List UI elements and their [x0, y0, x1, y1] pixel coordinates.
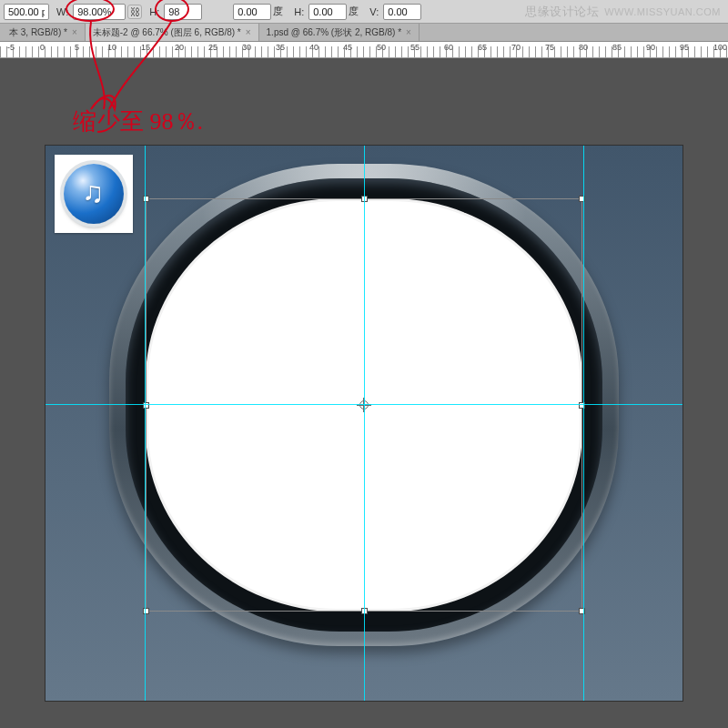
skew-v-label: V: [364, 6, 381, 17]
guide-vertical[interactable] [364, 146, 365, 701]
reference-thumbnail: ♫ [55, 155, 133, 233]
music-note-icon: ♫ [82, 177, 104, 207]
ruler-tick-label: 85 [612, 43, 622, 52]
close-icon[interactable]: × [406, 27, 411, 37]
guide-vertical[interactable] [145, 146, 146, 701]
ruler-tick-label: 100 [713, 43, 727, 52]
height-scale-input[interactable] [164, 4, 202, 20]
ruler-tick-label: 35 [276, 43, 285, 52]
ruler-tick-label: 50 [377, 43, 386, 52]
rotate-angle-input[interactable] [233, 4, 271, 20]
guide-horizontal[interactable] [46, 404, 682, 405]
tab-label: 1.psd @ 66.7% (形状 2, RGB/8) * [267, 26, 402, 39]
skew-h-label: H: [288, 6, 307, 17]
height-scale-label: H: [144, 6, 162, 17]
close-icon[interactable]: × [246, 27, 251, 37]
watermark: 思缘设计论坛 WWW.MISSYUAN.COM [525, 4, 721, 20]
document-tab[interactable]: 1.psd @ 66.7% (形状 2, RGB/8) * × [259, 24, 420, 41]
ruler-tick-label: 60 [444, 43, 453, 52]
tab-label: 未标题-2 @ 66.7% (图层 6, RGB/8) * [93, 26, 241, 39]
document-tab[interactable]: 本 3, RGB/8) * × [2, 24, 86, 41]
watermark-url: WWW.MISSYUAN.COM [604, 6, 721, 17]
ruler-tick-label: 65 [478, 43, 487, 52]
document-tab[interactable]: 未标题-2 @ 66.7% (图层 6, RGB/8) * × [86, 24, 259, 41]
ruler-tick-label: 15 [141, 43, 150, 52]
ruler-tick-label: 45 [343, 43, 352, 52]
link-icon[interactable]: ⛓ [127, 5, 142, 19]
document-canvas[interactable]: ♫ [46, 146, 682, 701]
ruler-tick-label: 30 [242, 43, 251, 52]
skew-h-input[interactable] [308, 4, 347, 20]
ruler-tick-label: 55 [410, 43, 420, 52]
ref-point-x-input[interactable] [4, 4, 49, 20]
skew-h-unit: 度 [349, 5, 362, 18]
tab-label: 本 3, RGB/8) * [9, 26, 67, 39]
ruler-tick-label: 90 [646, 43, 655, 52]
guide-vertical[interactable] [583, 146, 584, 701]
ruler-tick-label: 10 [107, 43, 116, 52]
ruler-tick-label: 40 [309, 43, 318, 52]
ruler-tick-label: 80 [579, 43, 588, 52]
ruler-tick-label: 5 [75, 43, 79, 52]
close-icon[interactable]: × [72, 27, 77, 37]
ruler-tick-label: 20 [175, 43, 184, 52]
ruler-tick-label: -5 [7, 43, 15, 52]
width-scale-input[interactable] [73, 4, 126, 20]
ruler-tick-label: 75 [545, 43, 554, 52]
ruler-tick-label: 25 [208, 43, 217, 52]
work-area[interactable]: ♫ [0, 58, 728, 728]
ruler-tick-label: 0 [40, 43, 45, 52]
skew-v-input[interactable] [383, 4, 421, 20]
horizontal-ruler[interactable]: -505101520253035404550556065707580859095… [0, 42, 728, 58]
angle-unit: 度 [273, 5, 287, 18]
document-tab-strip[interactable]: 本 3, RGB/8) * × 未标题-2 @ 66.7% (图层 6, RGB… [0, 24, 728, 42]
watermark-text: 思缘设计论坛 [525, 4, 599, 20]
ruler-tick-label: 95 [680, 43, 689, 52]
width-scale-label: W: [51, 6, 71, 17]
ruler-tick-label: 70 [511, 43, 521, 52]
